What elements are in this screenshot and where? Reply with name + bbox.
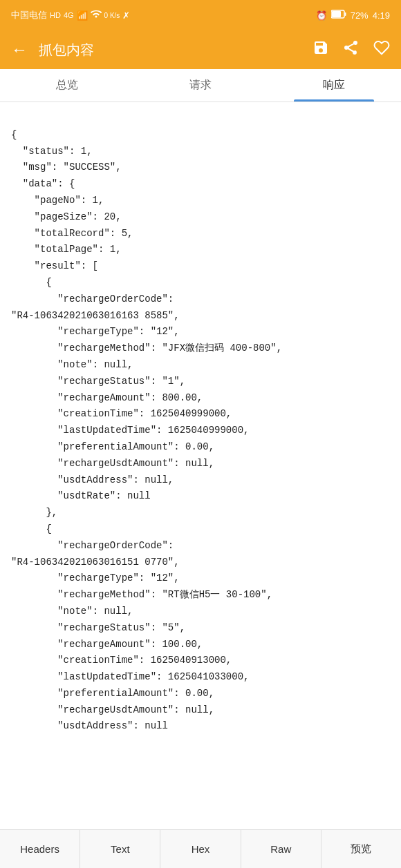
carrier-label: 中国电信 (11, 9, 47, 21)
status-bar-left: 中国电信 HD 4G 📶 0 K/s ✗ (11, 9, 130, 21)
battery-icon (331, 10, 346, 21)
json-text: { "status": 1, "msg": "SUCCESS", "data":… (11, 110, 390, 751)
tab-response[interactable]: 响应 (268, 69, 401, 102)
network-label: HD (50, 11, 61, 19)
save-icon[interactable] (313, 39, 329, 60)
bottom-bar: Headers Text Hex Raw 预览 (0, 829, 401, 868)
svg-rect-1 (332, 11, 341, 17)
header: ← 抓包内容 (0, 30, 401, 69)
bottom-tab-headers[interactable]: Headers (0, 830, 80, 868)
tab-overview[interactable]: 总览 (0, 69, 133, 102)
share-icon[interactable] (343, 39, 360, 60)
wifi-icon (91, 10, 102, 21)
tab-request[interactable]: 请求 (133, 69, 267, 102)
response-content: { "status": 1, "msg": "SUCCESS", "data":… (0, 102, 401, 829)
favorite-icon[interactable] (373, 39, 390, 60)
bottom-tab-hex[interactable]: Hex (160, 830, 241, 868)
speed-label: 0 K/s (104, 12, 120, 19)
header-icons (313, 39, 390, 60)
signal-bars-icon: 📶 (77, 10, 88, 21)
bottom-tab-preview[interactable]: 预览 (321, 830, 401, 868)
alarm-icon: ⏰ (316, 10, 327, 21)
page-title: 抓包内容 (39, 41, 301, 59)
signal-4g: 4G (64, 11, 74, 19)
back-button[interactable]: ← (11, 40, 28, 59)
bottom-tab-text[interactable]: Text (80, 830, 160, 868)
status-bar: 中国电信 HD 4G 📶 0 K/s ✗ ⏰ 72% 4:19 (0, 0, 401, 30)
status-bar-right: ⏰ 72% 4:19 (316, 10, 390, 21)
bottom-tab-raw[interactable]: Raw (241, 830, 321, 868)
svg-rect-2 (344, 12, 346, 16)
nosignal-icon: ✗ (122, 10, 130, 21)
time-label: 4:19 (373, 10, 390, 21)
tabs-bar: 总览 请求 响应 (0, 69, 401, 102)
battery-percent: 72% (351, 10, 369, 21)
